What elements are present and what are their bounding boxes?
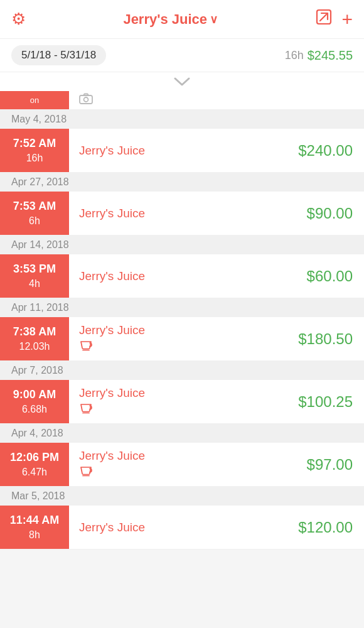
header-actions: + xyxy=(315,8,353,30)
entry-hours: 16h xyxy=(26,151,43,165)
svg-point-2 xyxy=(84,97,88,102)
entry-time: 7:52 AM xyxy=(13,136,56,151)
svg-rect-1 xyxy=(80,95,92,104)
entry-hours: 6h xyxy=(29,214,40,228)
entries-list: May 4, 20187:52 AM16hJerry's Juice$240.0… xyxy=(0,110,364,550)
entry-time: 7:38 AM xyxy=(13,324,56,340)
cup-icon xyxy=(79,340,279,354)
date-range-bar: 5/1/18 - 5/31/18 16h $245.55 xyxy=(0,39,364,72)
entry-middle: Jerry's Juice xyxy=(69,317,289,360)
entry-amount: $60.00 xyxy=(289,254,364,298)
entry-amount: $120.00 xyxy=(289,506,364,549)
entry-amount: $100.25 xyxy=(289,380,364,423)
entry-time-block: 7:52 AM16h xyxy=(0,129,69,172)
gear-icon[interactable]: ⚙ xyxy=(11,9,26,29)
summary-amount: $245.55 xyxy=(308,48,353,63)
entry-business: Jerry's Juice xyxy=(79,269,279,283)
table-row[interactable]: 7:53 AM6hJerry's Juice$90.00 xyxy=(0,192,364,236)
entry-amount: $90.00 xyxy=(289,192,364,235)
entry-time: 12:06 PM xyxy=(10,450,59,465)
entry-business: Jerry's Juice xyxy=(79,449,279,463)
entry-time-block: 7:53 AM6h xyxy=(0,192,69,235)
add-button[interactable]: + xyxy=(341,9,353,30)
entry-middle: Jerry's Juice xyxy=(69,380,289,423)
entry-business: Jerry's Juice xyxy=(79,144,279,158)
camera-icon xyxy=(79,93,93,107)
entry-business: Jerry's Juice xyxy=(79,521,279,534)
entry-hours: 6.68h xyxy=(22,403,47,416)
entry-middle: Jerry's Juice xyxy=(69,192,289,235)
date-separator: May 4, 2018 xyxy=(0,110,364,129)
chevron-down-icon: ∨ xyxy=(210,13,218,26)
date-range-pill[interactable]: 5/1/18 - 5/31/18 xyxy=(11,45,106,65)
date-separator: Apr 7, 2018 xyxy=(0,361,364,380)
table-row[interactable]: 7:52 AM16hJerry's Juice$240.00 xyxy=(0,129,364,173)
entry-time: 7:53 AM xyxy=(13,198,56,214)
entry-time: 11:44 AM xyxy=(10,512,59,528)
export-icon[interactable] xyxy=(315,8,333,30)
partial-text: on xyxy=(30,95,39,105)
entry-time-block: 11:44 AM8h xyxy=(0,506,69,549)
partial-time-block: on xyxy=(0,91,69,109)
table-row[interactable]: 11:44 AM8hJerry's Juice$120.00 xyxy=(0,506,364,550)
table-row[interactable]: 12:06 PM6.47hJerry's Juice $97.00 xyxy=(0,443,364,487)
entry-amount: $240.00 xyxy=(289,129,364,172)
date-separator: Apr 11, 2018 xyxy=(0,298,364,317)
partial-middle xyxy=(69,91,364,109)
entry-time-block: 12:06 PM6.47h xyxy=(0,443,69,486)
entry-amount: $97.00 xyxy=(289,443,364,486)
date-separator: Apr 27, 2018 xyxy=(0,173,364,192)
chevron-down-icon xyxy=(173,76,191,87)
entry-middle: Jerry's Juice xyxy=(69,443,289,486)
entry-hours: 12.03h xyxy=(19,340,50,354)
header: ⚙ Jerry's Juice ∨ + xyxy=(0,0,364,39)
entry-middle: Jerry's Juice xyxy=(69,129,289,172)
date-separator: Mar 5, 2018 xyxy=(0,487,364,506)
entry-hours: 6.47h xyxy=(22,465,47,479)
table-row[interactable]: 7:38 AM12.03hJerry's Juice $180.50 xyxy=(0,317,364,361)
entry-hours: 8h xyxy=(29,528,40,542)
cup-icon xyxy=(79,403,279,417)
summary: 16h $245.55 xyxy=(285,48,353,63)
entry-middle: Jerry's Juice xyxy=(69,254,289,298)
app-title[interactable]: Jerry's Juice ∨ xyxy=(123,11,218,28)
entry-business: Jerry's Juice xyxy=(79,323,279,337)
entry-hours: 4h xyxy=(29,277,40,291)
table-row[interactable]: 9:00 AM6.68hJerry's Juice $100.25 xyxy=(0,380,364,424)
title-text: Jerry's Juice xyxy=(123,11,207,28)
entry-time: 9:00 AM xyxy=(13,387,56,403)
table-row[interactable]: 3:53 PM4hJerry's Juice$60.00 xyxy=(0,254,364,298)
entry-time: 3:53 PM xyxy=(13,261,56,277)
entry-time-block: 7:38 AM12.03h xyxy=(0,317,69,360)
entry-business: Jerry's Juice xyxy=(79,386,279,400)
entry-time-block: 3:53 PM4h xyxy=(0,254,69,298)
summary-hours: 16h xyxy=(285,49,304,62)
cup-icon xyxy=(79,465,279,480)
collapse-bar[interactable] xyxy=(0,72,364,91)
partial-entry-row: on xyxy=(0,91,364,110)
entry-middle: Jerry's Juice xyxy=(69,506,289,549)
date-separator: Apr 4, 2018 xyxy=(0,424,364,443)
entry-amount: $180.50 xyxy=(289,317,364,360)
entry-time-block: 9:00 AM6.68h xyxy=(0,380,69,423)
date-separator: Apr 14, 2018 xyxy=(0,236,364,254)
entry-business: Jerry's Juice xyxy=(79,207,279,220)
